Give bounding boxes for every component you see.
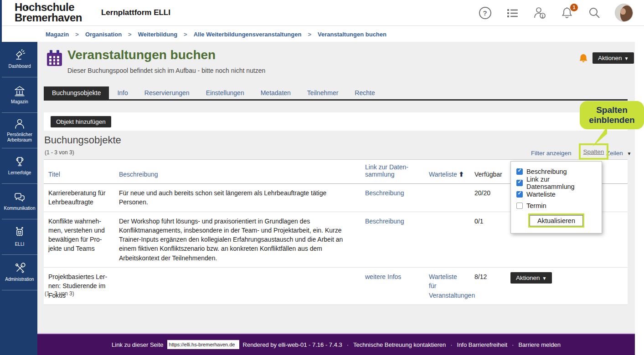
- sidebar-item-administration[interactable]: Administration: [2, 255, 37, 290]
- aktualisieren-button[interactable]: Aktualisieren: [530, 215, 583, 226]
- cell-titel: Karriereberatung für Lehrbeauftragte: [44, 184, 114, 212]
- sidebar-item-label: Dashboard: [7, 64, 32, 70]
- checkbox-checked-icon[interactable]: [516, 168, 523, 175]
- who-is-online-icon[interactable]: [533, 6, 546, 20]
- column-option-termin[interactable]: Termin: [516, 200, 596, 211]
- permalink-input[interactable]: [167, 340, 239, 349]
- checkbox-checked-icon[interactable]: [516, 180, 523, 186]
- sort-beschreibung-header[interactable]: Beschreibung: [119, 171, 158, 178]
- sidebar-item-kommunikation[interactable]: Kommunikation: [2, 184, 37, 219]
- column-option-link-zur-datensammlung[interactable]: Link zur Datensammlung: [516, 177, 596, 188]
- top-header: Hochschule Bremerhaven Lernplattform ELL…: [2, 0, 644, 26]
- tab-teilnehmer[interactable]: Teilnehmer: [299, 86, 346, 99]
- row-actions-button[interactable]: Aktionen▼: [510, 272, 552, 284]
- cell-titel: Projektbasiertes Ler­nen: Studierende im…: [44, 268, 114, 305]
- logo-line1: Hochschule: [15, 2, 82, 13]
- breadcrumb-separator: >: [128, 31, 132, 38]
- caret-down-icon: ▼: [542, 276, 547, 281]
- app-title: Lernplattform ELLI: [101, 8, 170, 17]
- breadcrumb-item-alle-weiterbildungen[interactable]: Alle Weiterbildungensveranstaltungen: [194, 31, 302, 38]
- sidebar-item-label: Administration: [4, 277, 35, 283]
- tab-buchungsobjekte[interactable]: Buchungsobjekte: [44, 86, 109, 99]
- user-avatar[interactable]: [615, 4, 633, 22]
- sidebar-item-dashboard[interactable]: Dashboard: [2, 42, 37, 77]
- footer-separator: ·: [449, 341, 453, 348]
- sidebar-item-lernerfolge[interactable]: Lernerfolge: [2, 148, 37, 184]
- checkbox-checked-icon[interactable]: [516, 191, 523, 198]
- search-icon[interactable]: [587, 6, 601, 20]
- checkbox-unchecked-icon[interactable]: [516, 203, 523, 209]
- sidebar-item-label: Lernerfolge: [7, 170, 33, 176]
- breadcrumb-item-organisation[interactable]: Organisation: [85, 31, 122, 38]
- header-icon-bar: ? 1: [478, 4, 644, 22]
- filter-anzeigen-link[interactable]: Filter anzeigen: [531, 150, 572, 157]
- cell-warteliste: [424, 184, 470, 212]
- monster-icon: [13, 227, 26, 239]
- sidebar-item-personal-workspace[interactable]: Persönlicher Arbeitsraum: [2, 113, 37, 148]
- booking-pool-calendar-icon: [47, 53, 62, 66]
- sort-link-header[interactable]: Link zur Daten­sammlung: [365, 163, 408, 178]
- verfuegbar-header: Verfügbar: [470, 160, 509, 184]
- logo-line2: Bremerhaven: [15, 11, 82, 24]
- sort-asc-icon: ⬆: [459, 171, 464, 178]
- breadcrumb-item-weiterbildung[interactable]: Weiterbildung: [138, 31, 177, 38]
- caret-down-icon: ▼: [627, 151, 632, 156]
- column-option-warteliste[interactable]: Warteliste: [516, 188, 596, 200]
- cell-verfuegbar: 8/12: [470, 268, 509, 305]
- cell-titel: Konflikte wahrneh­men, verstehen und bew…: [44, 212, 114, 267]
- help-icon[interactable]: ?: [478, 6, 492, 20]
- add-object-button[interactable]: Objekt hinzufügen: [51, 116, 111, 127]
- footer-link-report-barrier[interactable]: Barriere melden: [518, 341, 561, 348]
- datasammlung-link[interactable]: weitere Infos: [365, 273, 401, 280]
- breadcrumb-separator: >: [308, 31, 311, 38]
- page-subtitle: Dieser Buchungspool befindet sich im Auf…: [67, 67, 265, 74]
- result-count-top: (1 - 3 von 3): [45, 149, 74, 156]
- breadcrumb-separator: >: [184, 31, 187, 38]
- sidebar-item-magazin[interactable]: Magazin: [2, 77, 37, 113]
- object-toolbar: Objekt hinzufügen: [44, 112, 628, 131]
- footer-permalink-label: Link zu dieser Seite: [112, 341, 163, 348]
- result-count-bottom: (1 - 3 von 3): [45, 290, 74, 297]
- breadcrumb-item-veranstaltungen-buchen[interactable]: Veranstaltungen buchen: [318, 31, 386, 38]
- breadcrumb-item-magazin[interactable]: Magazin: [46, 31, 69, 38]
- datasammlung-link[interactable]: Beschreibung: [365, 218, 404, 225]
- main-menu-list-icon[interactable]: [505, 6, 519, 20]
- column-selection-dropdown: Beschreibung Link zur Datensammlung Wart…: [510, 161, 602, 233]
- zeilen-dropdown-link[interactable]: Zeilen ▼: [606, 150, 631, 157]
- cell-verfuegbar: 20/20: [470, 184, 509, 212]
- sort-warteliste-header[interactable]: Warteliste: [429, 171, 457, 178]
- annotation-highlight-box: Spalten: [579, 143, 608, 160]
- cell-beschreibung: Für neue und auch bereits schon seit län…: [114, 184, 361, 212]
- footer-link-accessibility-info[interactable]: Info Barrierefreiheit: [457, 341, 508, 348]
- notifications-bell-icon[interactable]: 1: [560, 6, 574, 20]
- notification-activation-bell-icon[interactable]: [579, 53, 588, 65]
- page-title: Veranstaltungen buchen: [67, 48, 216, 62]
- tools-icon: [14, 262, 26, 274]
- lamp-icon: [14, 49, 26, 61]
- footer: Link zu dieser Seite Rendered by elli-we…: [37, 333, 635, 355]
- sort-titel-header[interactable]: Titel: [48, 171, 60, 178]
- tab-rechte[interactable]: Rechte: [346, 86, 383, 99]
- datasammlung-link[interactable]: Beschreibung: [365, 189, 404, 197]
- university-logo[interactable]: Hochschule Bremerhaven: [15, 2, 82, 23]
- footer-separator: ·: [346, 341, 350, 348]
- caret-down-icon: ▼: [624, 56, 629, 61]
- tab-metadaten[interactable]: Metadaten: [252, 86, 299, 99]
- spalten-dropdown-link[interactable]: Spalten: [583, 148, 604, 155]
- sidebar-item-elli[interactable]: ELLI: [2, 219, 37, 255]
- tab-einstellungen[interactable]: Einstellungen: [198, 86, 252, 99]
- main-content: Veranstaltungen buchen Dieser Buchungspo…: [37, 42, 635, 355]
- footer-link-support[interactable]: Technische Betreuung kontaktieren: [353, 341, 446, 348]
- warteliste-link[interactable]: Warteliste für Veranstaltungen: [429, 273, 475, 299]
- cell-verfuegbar: 0/1: [470, 212, 509, 267]
- page-actions-button[interactable]: Aktionen▼: [592, 52, 634, 64]
- sidebar-item-label: ELLI: [14, 242, 26, 248]
- sidebar-item-label: Kommunikation: [3, 206, 37, 212]
- breadcrumb-separator: >: [75, 31, 79, 38]
- footer-rendered-by: Rendered by elli-web-01 - 7.16 - 7.4.3: [243, 341, 342, 348]
- cell-warteliste: [424, 212, 470, 267]
- table-heading: Buchungsobjekte: [44, 134, 121, 146]
- tab-info[interactable]: Info: [109, 86, 136, 99]
- tab-reservierungen[interactable]: Reservierungen: [136, 86, 198, 99]
- table-row: Projektbasiertes Ler­nen: Studierende im…: [44, 268, 628, 305]
